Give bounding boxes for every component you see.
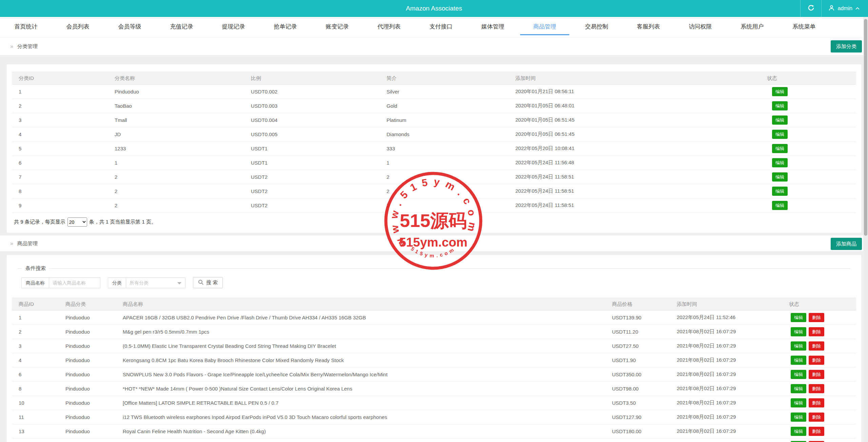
pagination-prefix: 共 9 条记录，每页显示 (14, 219, 65, 225)
cell-status: 编辑删除 (782, 424, 856, 439)
cell-status: 编辑 (760, 127, 856, 142)
cell-desc: 1 (380, 156, 509, 170)
tab-account-change-records[interactable]: 账变记录 (311, 17, 363, 37)
edit-button[interactable]: 编辑 (772, 130, 788, 139)
cell-status: 编辑删除 (782, 353, 856, 367)
search-button[interactable]: 搜 索 (193, 277, 223, 288)
edit-button[interactable]: 编辑 (772, 187, 788, 196)
delete-button[interactable]: 删除 (809, 413, 824, 422)
delete-button[interactable]: 删除 (809, 370, 824, 379)
edit-button[interactable]: 编辑 (772, 172, 788, 182)
cell-id: 2 (12, 99, 108, 113)
edit-button[interactable]: 编辑 (772, 201, 788, 210)
cell-status: 编辑删除 (782, 382, 856, 396)
cell-category: Pinduoduo (59, 339, 116, 353)
delete-button[interactable]: 删除 (809, 313, 824, 322)
top-header: Amazon Associates admin (0, 0, 868, 17)
edit-button[interactable]: 编辑 (791, 327, 806, 336)
tab-product-management[interactable]: 商品管理 (519, 17, 571, 37)
vertical-scrollbar[interactable] (863, 17, 868, 442)
active-tab-underline (520, 34, 569, 35)
cell-time: 2022年05月24日 11:58:51 (509, 198, 760, 213)
tab-access-permission[interactable]: 访问权限 (674, 17, 726, 37)
tab-system-users[interactable]: 系统用户 (726, 17, 778, 37)
cell-id: 10 (12, 396, 59, 410)
add-product-button[interactable]: 添加商品 (831, 238, 862, 250)
tab-agent-list[interactable]: 代理列表 (363, 17, 415, 37)
tab-recharge-records[interactable]: 充值记录 (156, 17, 208, 37)
cell-id: 3 (12, 113, 108, 127)
delete-button[interactable]: 删除 (809, 427, 824, 436)
refresh-button[interactable] (800, 0, 821, 17)
edit-button[interactable]: 编辑 (772, 87, 788, 96)
edit-button[interactable]: 编辑 (791, 398, 806, 407)
cell-id: 7 (12, 170, 108, 184)
edit-button[interactable]: 编辑 (791, 427, 806, 436)
breadcrumb-category: 分类管理 (17, 43, 38, 49)
delete-button[interactable]: 删除 (809, 398, 824, 407)
tab-label: 商品管理 (533, 23, 556, 30)
tab-transaction-control[interactable]: 交易控制 (571, 17, 623, 37)
edit-button[interactable]: 编辑 (791, 313, 806, 322)
delete-button[interactable]: 删除 (809, 341, 824, 351)
delete-button[interactable]: 删除 (809, 327, 824, 336)
product-table-header: 商品ID商品分类商品名称商品价格添加时间状态 (12, 298, 856, 311)
cell-desc: 333 (380, 142, 509, 156)
column-header: 商品ID (12, 298, 59, 311)
edit-button[interactable]: 编辑 (772, 144, 788, 153)
product-table-row: 1PinduoduoAPACER 16GB / 32GB USB2.0 Pend… (12, 311, 856, 325)
cell-id: 1 (12, 85, 108, 99)
tab-grab-order-records[interactable]: 抢单记录 (259, 17, 311, 37)
edit-button[interactable]: 编辑 (772, 158, 788, 167)
tab-member-level[interactable]: 会员等级 (104, 17, 156, 37)
scrollbar-thumb[interactable] (864, 19, 867, 236)
delete-button[interactable]: 删除 (809, 384, 824, 393)
pagination: 共 9 条记录，每页显示 20 条，共 1 页当前显示第 1 页。 (14, 217, 856, 227)
cell-price: USDT140.00 (605, 439, 670, 442)
tab-withdraw-records[interactable]: 提现记录 (208, 17, 259, 37)
pagination-suffix: 条，共 1 页当前显示第 1 页。 (89, 219, 156, 225)
tab-system-menu[interactable]: 系统菜单 (778, 17, 830, 37)
cell-name: Tmall (108, 113, 244, 127)
cell-status: 编辑删除 (782, 339, 856, 353)
page-size-select[interactable]: 20 (67, 217, 87, 227)
cell-name: *HOT* *NEW* Made 14mm ( Power 0-500 )Nat… (116, 382, 605, 396)
edit-button[interactable]: 编辑 (791, 370, 806, 379)
delete-button[interactable]: 删除 (809, 356, 824, 365)
add-category-button[interactable]: 添加分类 (831, 40, 862, 52)
edit-button[interactable]: 编辑 (791, 356, 806, 365)
cell-desc: 2 (380, 170, 509, 184)
tab-home-stats[interactable]: 首页统计 (0, 17, 52, 37)
edit-button[interactable]: 编辑 (772, 115, 788, 125)
cell-price: USDT98.00 (605, 382, 670, 396)
product-name-input[interactable] (49, 277, 100, 288)
tab-media-management[interactable]: 媒体管理 (467, 17, 519, 37)
column-header: 商品名称 (116, 298, 605, 311)
cell-name: TaoBao (108, 99, 244, 113)
tab-member-list[interactable]: 会员列表 (52, 17, 104, 37)
user-menu[interactable]: admin (821, 0, 868, 17)
tab-label: 提现记录 (222, 23, 245, 30)
category-filter-label: 分类 (108, 277, 126, 288)
tab-payment-api[interactable]: 支付接口 (415, 17, 467, 37)
edit-button[interactable]: 编辑 (791, 341, 806, 351)
product-table-row: 13PinduoduoRoyal Canin Feline Health Nut… (12, 424, 856, 439)
cell-name: Kerongsang 0.8CM 1pc Batu Korea Baby Bro… (116, 353, 605, 367)
cell-time: 2022年05月24日 11:52:46 (670, 311, 782, 325)
header-controls: admin (800, 0, 868, 17)
cell-name: *Hot Sales* Macaron Bluetooth Earpod InP… (116, 439, 605, 442)
cell-status: 编辑 (760, 99, 856, 113)
category-filter-select[interactable]: 所有分类 (126, 277, 185, 288)
cell-status: 编辑删除 (782, 311, 856, 325)
edit-button[interactable]: 编辑 (772, 101, 788, 110)
edit-button[interactable]: 编辑 (791, 413, 806, 422)
product-table-row: 3Pinduoduo(0.5-1.0MM) Elastic Line Trans… (12, 339, 856, 353)
tab-label: 媒体管理 (481, 23, 505, 30)
cell-time: 2021年08月02日 16:07:29 (670, 339, 782, 353)
tab-label: 抢单记录 (274, 23, 297, 30)
edit-button[interactable]: 编辑 (791, 384, 806, 393)
cell-price: USDT350.00 (605, 367, 670, 382)
cell-category: Pinduoduo (59, 424, 116, 439)
cell-category: Pinduoduo (59, 311, 116, 325)
tab-customer-service-list[interactable]: 客服列表 (623, 17, 674, 37)
